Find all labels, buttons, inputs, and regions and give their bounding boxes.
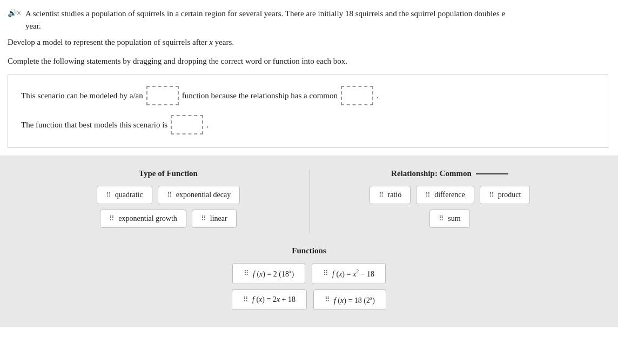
drag-quadratic[interactable]: ⠿ quadratic: [97, 186, 152, 204]
type-of-function-title: Type of Function: [139, 169, 198, 178]
drag-dots: ⠿: [325, 295, 330, 304]
func-label: f (x) = 18 (2x): [334, 295, 375, 305]
drag-func-1[interactable]: ⠿ f (x) = 2 (18x): [232, 263, 305, 284]
relationship-column: Relationship: Common ⠿ ratio ⠿ differenc…: [310, 169, 590, 233]
drag-difference[interactable]: ⠿ difference: [416, 186, 474, 204]
drag-func-2[interactable]: ⠿ f (x) = x2 − 18: [312, 263, 386, 284]
chip-label: exponential decay: [176, 191, 231, 199]
drag-dots: ⠿: [489, 191, 494, 199]
drop-box-function-type[interactable]: [146, 86, 179, 105]
problem-text-cont: year.: [25, 22, 41, 30]
drag-dots: ⠿: [244, 269, 248, 278]
drag-linear[interactable]: ⠿ linear: [192, 210, 237, 228]
chip-label: product: [498, 191, 521, 199]
sentence1-prefix: This scenario can be modeled by a/an: [21, 87, 143, 104]
drag-exponential-decay[interactable]: ⠿ exponential decay: [158, 186, 240, 204]
develop-text: Develop a model to represent the populat…: [8, 36, 608, 49]
sentence2-period: .: [206, 117, 209, 133]
chip-label: quadratic: [115, 191, 143, 199]
drag-dots: ⠿: [109, 214, 114, 223]
functions-section: Functions ⠿ f (x) = 2 (18x) ⠿ f (x) = x2…: [22, 246, 596, 310]
chip-label: linear: [210, 214, 227, 223]
problem-text: A scientist studies a population of squi…: [25, 9, 505, 18]
chip-label: difference: [434, 191, 465, 199]
sentence2-prefix: The function that best models this scena…: [21, 117, 167, 133]
functions-title: Functions: [292, 246, 326, 255]
func-label: f (x) = 2x + 18: [252, 295, 295, 304]
instructions: Complete the following statements by dra…: [8, 55, 608, 68]
drag-dots: ⠿: [323, 269, 328, 278]
func-label: f (x) = 2 (18x): [253, 268, 294, 279]
sentence1-period: .: [377, 87, 379, 104]
drag-dots: ⠿: [201, 214, 206, 223]
drag-func-3[interactable]: ⠿ f (x) = 2x + 18: [232, 289, 307, 311]
drag-dots: ⠿: [425, 191, 430, 199]
drag-dots: ⠿: [106, 191, 111, 199]
type-of-function-column: Type of Function ⠿ quadratic ⠿ exponenti…: [28, 169, 309, 233]
drop-box-common[interactable]: [341, 86, 373, 105]
chip-label: exponential growth: [118, 214, 177, 223]
drag-sum[interactable]: ⠿ sum: [429, 210, 469, 228]
drag-product[interactable]: ⠿ product: [480, 186, 530, 204]
relationship-title: Relationship: Common: [391, 169, 508, 178]
drag-ratio[interactable]: ⠿ ratio: [370, 186, 411, 204]
drag-func-4[interactable]: ⠿ f (x) = 18 (2x): [313, 289, 386, 311]
chip-label: sum: [448, 214, 460, 223]
drag-dots: ⠿: [439, 214, 444, 223]
drag-dots: ⠿: [379, 191, 384, 199]
common-blank: [476, 173, 508, 174]
sentence1-middle: function because the relationship has a …: [182, 87, 338, 104]
drag-dots: ⠿: [167, 191, 172, 199]
drag-dots: ⠿: [243, 295, 248, 304]
drag-exponential-growth[interactable]: ⠿ exponential growth: [100, 210, 186, 228]
func-label: f (x) = x2 − 18: [332, 268, 374, 279]
drop-box-function[interactable]: [171, 115, 203, 134]
speaker-icon[interactable]: 🔊×: [8, 9, 21, 18]
chip-label: ratio: [388, 191, 402, 199]
